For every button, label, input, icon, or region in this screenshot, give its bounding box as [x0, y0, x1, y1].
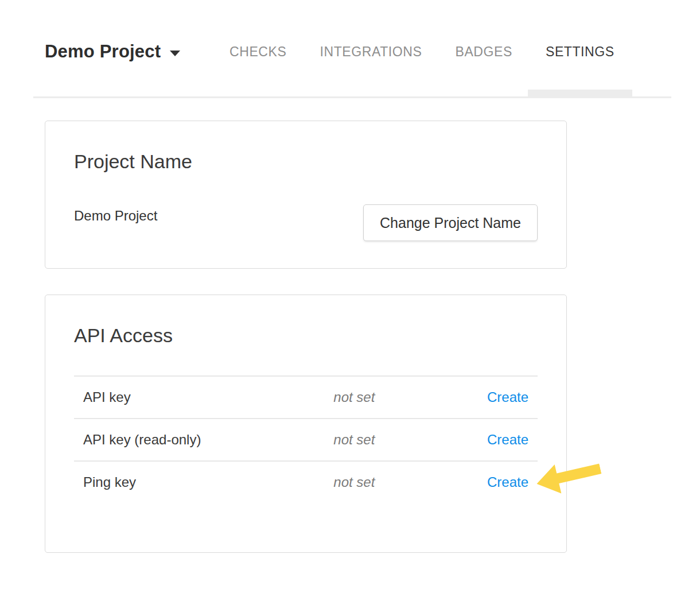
project-name-row: Demo Project Change Project Name	[74, 204, 538, 241]
project-name: Demo Project	[45, 41, 161, 62]
table-row: Ping key not set Create	[74, 461, 538, 503]
api-key-value: not set	[324, 419, 445, 461]
nav-tab[interactable]: INTEGRATIONS	[320, 43, 422, 60]
nav-tab[interactable]: CHECKS	[230, 43, 286, 60]
current-project-name: Demo Project	[74, 208, 157, 224]
nav-tab-label: BADGES	[455, 44, 512, 59]
nav-tab-label: CHECKS	[230, 44, 286, 59]
project-switcher-dropdown[interactable]: Demo Project	[45, 41, 196, 62]
change-project-name-button[interactable]: Change Project Name	[363, 204, 538, 241]
api-key-label: API key	[74, 376, 324, 419]
nav-tab[interactable]: SETTINGS	[546, 43, 615, 60]
api-key-value: not set	[324, 461, 445, 503]
api-key-label: API key (read-only)	[74, 419, 324, 461]
create-key-link[interactable]: Create	[487, 474, 528, 490]
api-access-card: API Access API key not set Create API ke…	[45, 295, 567, 553]
top-navigation: Demo Project CHECKS INTEGRATIONS BADGES …	[45, 36, 671, 68]
nav-tab-label: SETTINGS	[546, 44, 615, 59]
nav-tab-label: INTEGRATIONS	[320, 44, 422, 59]
table-row: API key (read-only) not set Create	[74, 419, 538, 461]
table-row: API key not set Create	[74, 376, 538, 419]
api-card-title: API Access	[74, 324, 538, 347]
create-key-link[interactable]: Create	[487, 432, 528, 447]
nav-tab[interactable]: BADGES	[455, 43, 512, 60]
api-keys-table: API key not set Create API key (read-onl…	[74, 375, 538, 503]
api-key-value: not set	[324, 376, 445, 419]
nav-underline	[33, 96, 671, 98]
project-card-title: Project Name	[74, 150, 538, 173]
create-key-link[interactable]: Create	[487, 389, 528, 405]
api-key-label: Ping key	[74, 461, 324, 503]
project-name-card: Project Name Demo Project Change Project…	[45, 121, 567, 269]
settings-page-content: Project Name Demo Project Change Project…	[45, 121, 567, 553]
caret-down-icon	[170, 51, 180, 56]
